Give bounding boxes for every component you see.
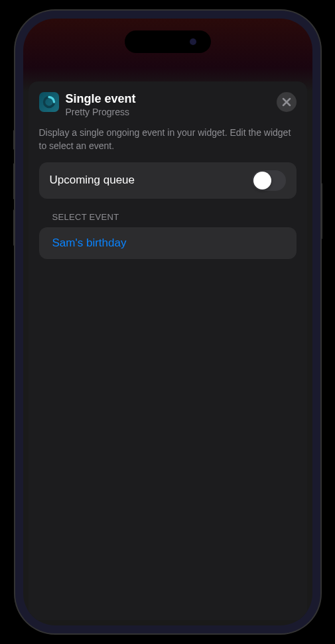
phone-frame: Single event Pretty Progress Display a s…	[15, 11, 320, 633]
widget-description: Display a single ongoing event in your w…	[39, 127, 297, 152]
select-event-label: SELECT EVENT	[39, 212, 297, 222]
event-selector[interactable]: Sam's birthday	[39, 227, 297, 259]
toggle-knob	[253, 172, 271, 189]
silent-switch	[13, 130, 15, 150]
sheet-header: Single event Pretty Progress	[39, 92, 297, 117]
widget-config-sheet: Single event Pretty Progress Display a s…	[29, 81, 307, 620]
sheet-title: Single event	[66, 92, 270, 107]
volume-down-button	[13, 209, 15, 246]
close-button[interactable]	[277, 92, 297, 112]
power-button	[320, 183, 322, 239]
volume-up-button	[13, 163, 15, 199]
phone-screen: Single event Pretty Progress Display a s…	[23, 19, 312, 625]
upcoming-queue-toggle[interactable]	[252, 170, 286, 191]
sheet-subtitle: Pretty Progress	[66, 107, 270, 118]
upcoming-queue-row[interactable]: Upcoming queue	[39, 162, 297, 199]
dynamic-island	[125, 30, 211, 53]
header-text: Single event Pretty Progress	[66, 92, 270, 117]
toggle-label: Upcoming queue	[50, 174, 135, 187]
progress-circle-icon	[42, 95, 56, 109]
close-icon	[282, 97, 291, 107]
app-icon	[39, 92, 59, 112]
selected-event-name: Sam's birthday	[52, 237, 283, 250]
